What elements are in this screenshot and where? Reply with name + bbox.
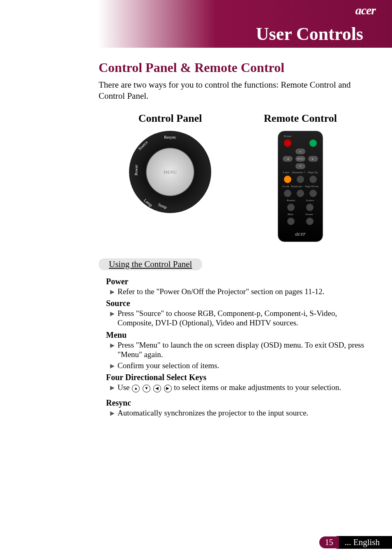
page-footer: 15 ... English — [319, 536, 392, 549]
column-control-panel: Control Panel MENU Resync Source Power L… — [129, 112, 211, 242]
section-title: Control Panel & Remote Control — [99, 60, 367, 75]
remote-keystone-plus-label: Keystone + — [292, 171, 305, 174]
remote-right-icon: ▶ — [308, 156, 318, 162]
triangle-bullet-icon: ▶ — [110, 341, 118, 349]
panel-menu-label: MENU — [164, 169, 177, 174]
remote-source-label: Source — [306, 199, 314, 202]
remote-page-up-button-icon — [309, 176, 317, 183]
remote-power-label: Power — [281, 135, 319, 138]
triangle-bullet-icon: ▶ — [110, 408, 118, 417]
bullet-resync-0: ▶ Automatically synchronizes the project… — [110, 408, 367, 418]
language-bar: ... English — [337, 536, 392, 549]
remote-page-down-button-icon — [309, 190, 317, 197]
bullet-text: Refer to the "Power On/Off the Projector… — [118, 287, 367, 297]
column-remote-control: Remote Control Power ▲ ◀MENU▶ ▼ LaserKey… — [264, 112, 337, 242]
up-arrow-icon: ▲ — [132, 385, 140, 392]
bullet-menu-1: ▶ Confirm your selection of items. — [110, 361, 367, 371]
column-head-remote-control: Remote Control — [264, 112, 337, 125]
figure-columns: Control Panel MENU Resync Source Power L… — [99, 112, 367, 242]
panel-power-label: Power — [134, 165, 138, 175]
remote-laser-button-icon — [284, 176, 291, 183]
header-title: User Controls — [256, 23, 363, 44]
remote-hide-label: Hide — [288, 213, 293, 216]
item-head-resync: Resync — [106, 398, 367, 408]
directional-suffix: to select items or make adjustments to y… — [174, 383, 341, 392]
remote-page-down-label: Page Down — [305, 185, 318, 188]
remote-e-button-icon — [309, 139, 317, 147]
remote-resync-button-icon — [287, 204, 295, 211]
remote-keystone-minus-label: Keystone - — [291, 185, 304, 188]
remote-keystone-plus-button-icon — [297, 176, 304, 183]
item-head-source: Source — [106, 299, 367, 308]
directional-prefix: Use — [118, 383, 131, 392]
down-arrow-icon: ▼ — [143, 385, 150, 392]
content-area: Control Panel & Remote Control There are… — [0, 48, 392, 557]
triangle-bullet-icon: ▶ — [110, 383, 118, 392]
intro-text: There are two ways for you to control th… — [99, 79, 367, 102]
page-header: acer User Controls — [0, 0, 392, 48]
right-arrow-icon: ▶ — [164, 385, 172, 392]
remote-up-icon: ▲ — [295, 149, 305, 154]
remote-left-icon: ◀ — [283, 156, 293, 162]
control-panel-figure: MENU Resync Source Power Lamp Temp — [129, 131, 211, 213]
remote-resync-label: Resync — [287, 199, 295, 202]
left-arrow-icon: ◀ — [153, 385, 161, 392]
remote-page-up-label: Page Up — [308, 171, 318, 174]
remote-freeze-label: Freeze — [305, 213, 313, 216]
bullet-directional-0: ▶ Use ▲ ▼ ◀ ▶ to select items or make ad… — [110, 383, 367, 392]
bullet-text: Press "Menu" to launch the on screen dis… — [118, 341, 367, 360]
brand-logo: acer — [355, 3, 376, 17]
bullet-menu-0: ▶ Press "Menu" to launch the on screen d… — [110, 341, 367, 360]
remote-menu-button: MENU — [295, 156, 305, 162]
remote-keystone-minus-button-icon — [297, 190, 304, 197]
bullet-power-0: ▶ Refer to the "Power On/Off the Project… — [110, 287, 367, 297]
bullet-text: Use ▲ ▼ ◀ ▶ to select items or make adju… — [118, 383, 367, 392]
triangle-bullet-icon: ▶ — [110, 287, 118, 296]
subsection-title: Using the Control Panel — [99, 258, 202, 270]
column-head-control-panel: Control Panel — [129, 112, 211, 125]
remote-hide-button-icon — [287, 218, 295, 225]
page-number-badge: 15 — [319, 536, 339, 548]
triangle-bullet-icon: ▶ — [110, 361, 118, 370]
panel-resync-label: Resync — [164, 135, 176, 139]
item-head-power: Power — [106, 277, 367, 286]
panel-lamp-label: Lamp — [143, 197, 153, 207]
remote-control-figure: Power ▲ ◀MENU▶ ▼ LaserKeystone +Page Up … — [278, 131, 323, 242]
remote-zoom-label: Zoom — [282, 185, 289, 188]
remote-source-button-icon — [306, 204, 314, 211]
remote-down-icon: ▼ — [295, 163, 305, 169]
bullet-text: Automatically synchronizes the projector… — [118, 408, 367, 418]
item-head-directional: Four Directional Select Keys — [106, 373, 367, 382]
remote-freeze-button-icon — [306, 218, 314, 225]
remote-zoom-button-icon — [284, 190, 291, 197]
bullet-text: Confirm your selection of items. — [118, 361, 367, 371]
remote-brand-label: acer — [278, 231, 323, 237]
triangle-bullet-icon: ▶ — [110, 309, 118, 318]
panel-source-label: Source — [137, 139, 148, 151]
remote-power-button-icon — [284, 139, 291, 147]
bullet-source-0: ▶ Press "Source" to choose RGB, Componen… — [110, 309, 367, 328]
bullet-text: Press "Source" to choose RGB, Component-… — [118, 309, 367, 328]
item-head-menu: Menu — [106, 330, 367, 340]
panel-temp-label: Temp — [157, 202, 168, 209]
remote-laser-label: Laser — [283, 171, 289, 174]
